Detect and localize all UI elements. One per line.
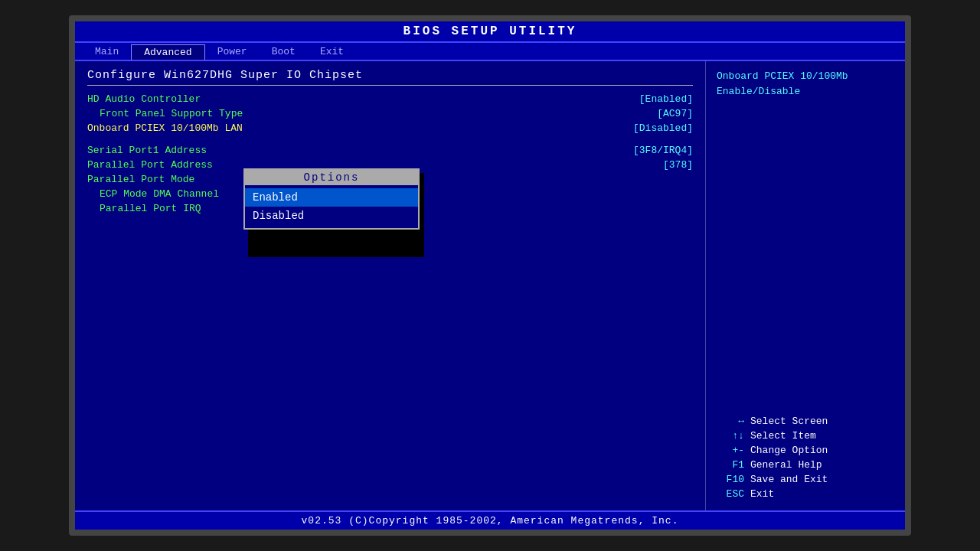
key-label-change: Change Option [750, 445, 828, 456]
setting-row-hd-audio: HD Audio Controller [Enabled] [87, 93, 693, 105]
key-label-screen: Select Screen [750, 416, 828, 427]
setting-value-parallel-addr: [378] [663, 159, 693, 171]
main-content: Configure Win627DHG Super IO Chipset HD … [75, 61, 905, 510]
tab-boot[interactable]: Boot [260, 44, 308, 60]
key-row-change: +- Change Option [717, 445, 894, 456]
setting-name-ecp-dma: ECP Mode DMA Channel [100, 188, 219, 200]
key-hints: ↔ Select Screen ↑↓ Select Item +- Change… [717, 416, 894, 503]
bios-screen: BIOS SETUP UTILITY Main Advanced Power B… [75, 21, 905, 530]
dropdown-option-disabled[interactable]: Disabled [245, 207, 418, 225]
tab-bar: Main Advanced Power Boot Exit [75, 43, 905, 61]
section-title: Configure Win627DHG Super IO Chipset [87, 69, 693, 86]
key-symbol-screen: ↔ [717, 416, 744, 427]
setting-name-parallel-irq: Parallel Port IRQ [100, 203, 201, 214]
key-row-screen: ↔ Select Screen [717, 416, 894, 427]
help-text: Onboard PCIEX 10/100Mb Enable/Disable [717, 69, 894, 99]
setting-name-parallel-mode: Parallel Port Mode [87, 174, 194, 185]
dropdown-options: Enabled Disabled [245, 185, 418, 228]
dropdown-title: Options [245, 170, 418, 185]
dropdown-box: Options Enabled Disabled [243, 168, 420, 230]
tab-power[interactable]: Power [205, 44, 260, 60]
title-bar: BIOS SETUP UTILITY [75, 21, 905, 43]
setting-row-lan: Onboard PCIEX 10/100Mb LAN [Disabled] [87, 122, 693, 134]
setting-value-hd-audio: [Enabled] [639, 93, 693, 105]
key-row-help: F1 General Help [717, 459, 894, 471]
dropdown-overlay: Options Enabled Disabled [243, 168, 420, 230]
dropdown-option-enabled[interactable]: Enabled [245, 188, 418, 207]
key-row-esc: ESC Exit [717, 488, 894, 500]
left-panel: Configure Win627DHG Super IO Chipset HD … [75, 61, 706, 510]
setting-value-lan: [Disabled] [633, 122, 693, 134]
key-symbol-change: +- [717, 445, 744, 456]
key-row-item: ↑↓ Select Item [717, 430, 894, 442]
key-symbol-esc: ESC [717, 488, 744, 500]
key-symbol-item: ↑↓ [717, 430, 744, 442]
key-label-help: General Help [750, 459, 822, 471]
tab-advanced[interactable]: Advanced [131, 44, 204, 60]
setting-name-lan: Onboard PCIEX 10/100Mb LAN [87, 122, 243, 134]
key-label-item: Select Item [750, 430, 816, 442]
setting-row-front-panel: Front Panel Support Type [AC97] [87, 108, 693, 119]
bios-title: BIOS SETUP UTILITY [403, 24, 577, 38]
tab-exit[interactable]: Exit [308, 44, 356, 60]
setting-name-parallel-addr: Parallel Port Address [87, 159, 213, 171]
monitor-frame: BIOS SETUP UTILITY Main Advanced Power B… [69, 15, 911, 536]
key-row-save: F10 Save and Exit [717, 474, 894, 485]
key-symbol-help: F1 [717, 459, 744, 471]
tab-main[interactable]: Main [83, 44, 131, 60]
setting-row-serial: Serial Port1 Address [3F8/IRQ4] [87, 145, 693, 156]
key-label-save: Save and Exit [750, 474, 828, 485]
status-bar: v02.53 (C)Copyright 1985-2002, American … [75, 510, 905, 530]
setting-name-serial: Serial Port1 Address [87, 145, 207, 156]
status-text: v02.53 (C)Copyright 1985-2002, American … [302, 515, 679, 527]
key-label-esc: Exit [750, 488, 774, 500]
group-separator [87, 137, 693, 145]
setting-value-serial: [3F8/IRQ4] [633, 145, 693, 156]
setting-value-front-panel: [AC97] [657, 108, 693, 119]
key-symbol-save: F10 [717, 474, 744, 485]
setting-name-hd-audio: HD Audio Controller [87, 93, 201, 105]
right-panel: Onboard PCIEX 10/100Mb Enable/Disable ↔ … [706, 61, 905, 510]
setting-name-front-panel: Front Panel Support Type [100, 108, 243, 119]
